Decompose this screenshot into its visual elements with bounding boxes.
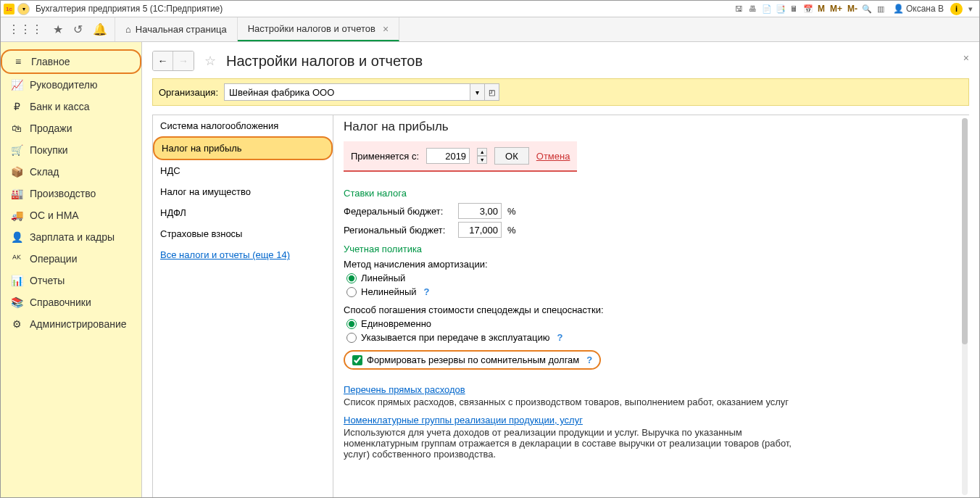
save-db-icon[interactable]: 🖫: [734, 3, 745, 14]
settings-nav-all-link[interactable]: Все налоги и отчеты (еще 14): [153, 244, 333, 265]
help-icon-2[interactable]: ?: [557, 332, 562, 343]
org-combo: ▾ ◰: [224, 83, 499, 101]
left-nav: ≡Главное📈Руководителю₽Банк и касса🛍Прода…: [1, 42, 142, 498]
reserve-label: Формировать резервы по сомнительным долг…: [367, 354, 579, 365]
current-user[interactable]: 👤 Оксана В: [893, 4, 944, 14]
federal-label: Федеральный бюджет:: [344, 206, 452, 217]
wear-once-label: Единовременно: [361, 318, 431, 329]
settings-nav-item-5[interactable]: Страховые взносы: [153, 223, 333, 244]
org-input[interactable]: [224, 83, 470, 101]
tab-active-label: Настройки налогов и отчетов: [248, 23, 375, 34]
nav-icon: 📊: [11, 275, 22, 286]
settings-nav-item-3[interactable]: Налог на имущество: [153, 181, 333, 202]
nav-item-10[interactable]: 📊Отчеты: [1, 270, 141, 291]
close-icon[interactable]: ×: [383, 23, 389, 35]
wear-once-radio[interactable]: [346, 319, 357, 329]
nav-item-1[interactable]: 📈Руководителю: [1, 74, 141, 96]
compare-icon[interactable]: 📑: [775, 3, 786, 14]
settings-nav-item-1[interactable]: Налог на прибыль: [153, 136, 333, 160]
back-button[interactable]: ←: [153, 51, 173, 70]
policy-section-label: Учетная политика: [344, 244, 969, 254]
nav-item-5[interactable]: 📦Склад: [1, 161, 141, 183]
nav-label: Зарплата и кадры: [30, 231, 115, 243]
wear-label: Способ погашения стоимости спецодежды и …: [344, 304, 969, 315]
nav-icon: 📈: [11, 79, 22, 91]
spin-down[interactable]: ▼: [477, 156, 487, 164]
regional-input[interactable]: [458, 222, 502, 238]
org-open-button[interactable]: ◰: [485, 83, 499, 101]
memory-m[interactable]: M: [816, 4, 826, 14]
spin-up[interactable]: ▲: [477, 148, 487, 156]
nav-item-6[interactable]: 🏭Производство: [1, 183, 141, 204]
settings-nav-item-4[interactable]: НДФЛ: [153, 202, 333, 223]
memory-mplus[interactable]: M+: [829, 4, 844, 14]
nav-icon: 📦: [11, 166, 22, 178]
regional-rate-row: Региональный бюджет: %: [344, 222, 969, 238]
dropdown-icon[interactable]: ▾: [965, 3, 976, 14]
nav-item-2[interactable]: ₽Банк и касса: [1, 96, 141, 117]
nav-label: Отчеты: [30, 275, 65, 286]
cancel-link[interactable]: Отмена: [536, 151, 570, 162]
federal-input[interactable]: [458, 203, 502, 219]
content-header: ← → ☆ Настройки налогов и отчетов: [152, 51, 969, 71]
main-toolbar: ⋮⋮⋮ ★ ↺ 🔔 ⌂ Начальная страница Настройки…: [1, 17, 979, 42]
amort-linear-radio[interactable]: [346, 273, 357, 283]
nav-label: Главное: [31, 56, 70, 67]
ok-button[interactable]: ОК: [494, 147, 529, 165]
app-menu-dropdown[interactable]: ▾: [17, 3, 30, 15]
nav-item-8[interactable]: 👤Зарплата и кадры: [1, 226, 141, 248]
tab-home[interactable]: ⌂ Начальная страница: [115, 17, 238, 41]
page-close-icon[interactable]: ×: [963, 52, 969, 64]
zoom-icon[interactable]: 🔍: [861, 3, 873, 14]
nav-item-9[interactable]: ᴬᴷОперации: [1, 248, 141, 270]
settings-row: Система налогообложенияНалог на прибыльН…: [152, 115, 969, 498]
nav-label: Банк и касса: [30, 101, 89, 112]
nav-icon: ≡: [12, 56, 24, 67]
amort-nonlinear-radio[interactable]: [346, 287, 357, 297]
print-preview-icon[interactable]: 📄: [761, 3, 773, 14]
percent-sign: %: [507, 206, 516, 217]
tab-tax-settings[interactable]: Настройки налогов и отчетов ×: [238, 17, 399, 41]
amort-nonlinear-label: Нелинейный: [361, 286, 417, 297]
help-icon[interactable]: ?: [424, 286, 430, 297]
nav-item-0[interactable]: ≡Главное: [1, 49, 141, 74]
regional-label: Региональный бюджет:: [344, 225, 452, 236]
direct-expenses-link[interactable]: Перечень прямых расходов: [344, 384, 465, 395]
settings-nav-item-2[interactable]: НДС: [153, 160, 333, 181]
calendar-icon[interactable]: 📅: [802, 3, 814, 14]
info-icon[interactable]: i: [950, 3, 963, 15]
history-icon[interactable]: ↺: [73, 22, 83, 36]
nav-label: Операции: [30, 253, 78, 265]
nav-icon: ᴬᴷ: [11, 253, 22, 265]
panels-icon[interactable]: ▥: [875, 3, 886, 14]
calculator-icon[interactable]: 🖩: [789, 3, 800, 14]
titlebar-right: 🖫 🖶 📄 📑 🖩 📅 M M+ M- 🔍 ▥ 👤 Оксана В i ▾: [734, 3, 976, 15]
help-icon-3[interactable]: ?: [586, 354, 592, 365]
favorite-page-icon[interactable]: ☆: [204, 53, 216, 69]
nav-item-11[interactable]: 📚Справочники: [1, 291, 141, 313]
nav-item-12[interactable]: ⚙Администрирование: [1, 313, 141, 335]
nav-item-7[interactable]: 🚚ОС и НМА: [1, 204, 141, 226]
nav-item-4[interactable]: 🛒Покупки: [1, 139, 141, 161]
organization-bar: Организация: ▾ ◰: [152, 78, 969, 106]
memory-mminus[interactable]: M-: [846, 4, 859, 14]
nav-buttons: ← →: [152, 51, 194, 71]
nomenclature-link[interactable]: Номенклатурные группы реализации продукц…: [344, 415, 583, 426]
org-dropdown-button[interactable]: ▾: [470, 83, 485, 101]
nav-item-3[interactable]: 🛍Продажи: [1, 117, 141, 139]
apps-icon[interactable]: ⋮⋮⋮: [8, 22, 43, 36]
scrollbar-thumb[interactable]: [962, 118, 968, 344]
forward-button[interactable]: →: [173, 51, 194, 70]
nav-label: Покупки: [30, 144, 68, 156]
print-icon[interactable]: 🖶: [747, 3, 759, 14]
scrollbar[interactable]: [962, 118, 968, 495]
direct-expenses-desc: Список прямых расходов, связанных с прои…: [344, 397, 807, 407]
favorite-icon[interactable]: ★: [53, 22, 63, 36]
notifications-icon[interactable]: 🔔: [93, 22, 107, 36]
wear-onuse-radio[interactable]: [346, 333, 357, 343]
nav-icon: 👤: [11, 231, 22, 243]
settings-nav-item-0[interactable]: Система налогообложения: [153, 115, 333, 136]
app-title: Бухгалтерия предприятия 5 (1С:Предприяти…: [36, 4, 734, 14]
reserve-checkbox[interactable]: [352, 355, 362, 365]
apply-year-input[interactable]: [426, 148, 470, 164]
